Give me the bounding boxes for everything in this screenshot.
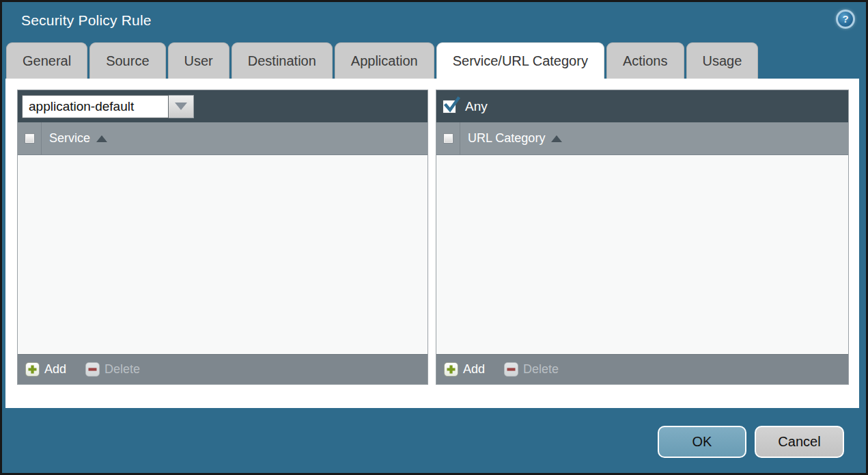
tab-general[interactable]: General (6, 42, 87, 79)
url-category-add-label: Add (463, 362, 485, 377)
any-checkbox-label[interactable]: Any (465, 99, 488, 114)
url-category-delete-label: Delete (523, 362, 559, 377)
tab-application[interactable]: Application (335, 42, 434, 79)
tab-usage[interactable]: Usage (686, 42, 759, 79)
url-category-list-empty (436, 155, 848, 354)
url-category-panel-toolbar: Any (436, 90, 848, 122)
help-icon[interactable]: ? (836, 10, 855, 29)
cancel-button[interactable]: Cancel (755, 426, 844, 458)
service-add-label: Add (44, 362, 66, 377)
tab-service-url-category[interactable]: Service/URL Category (436, 42, 604, 79)
tab-actions[interactable]: Actions (606, 42, 684, 79)
minus-icon (504, 362, 518, 377)
url-category-panel-footer: Add Delete (436, 354, 848, 384)
service-type-dropdown[interactable]: application-default (22, 95, 194, 118)
column-divider (460, 122, 460, 154)
service-select-all-checkbox[interactable] (25, 133, 35, 144)
tab-source[interactable]: Source (89, 42, 165, 79)
url-category-column-header[interactable]: URL Category (468, 131, 545, 146)
plus-icon (25, 362, 40, 377)
security-policy-rule-dialog: { "dialog": { "title": "Security Policy … (0, 0, 868, 475)
service-type-dropdown-button[interactable] (169, 95, 194, 118)
tab-content-area: application-default Service Add (5, 79, 859, 408)
service-list-empty (18, 155, 428, 354)
service-delete-label: Delete (104, 362, 140, 377)
plus-icon (444, 362, 458, 377)
sort-ascending-icon[interactable] (96, 135, 107, 142)
service-panel: application-default Service Add (17, 90, 428, 385)
service-panel-toolbar: application-default (18, 90, 428, 122)
tab-bar: General Source User Destination Applicat… (6, 42, 758, 79)
service-add-button[interactable]: Add (25, 362, 66, 377)
url-category-panel: Any URL Category Add Delete (436, 90, 849, 385)
url-category-select-all-checkbox[interactable] (443, 133, 453, 144)
column-divider (41, 122, 42, 154)
url-category-add-button[interactable]: Add (444, 362, 485, 377)
url-category-delete-button[interactable]: Delete (504, 362, 559, 377)
url-category-table-header: URL Category (436, 122, 848, 155)
service-type-dropdown-value[interactable]: application-default (22, 95, 169, 118)
chevron-down-icon (175, 103, 187, 110)
sort-ascending-icon[interactable] (551, 135, 562, 142)
dialog-title: Security Policy Rule (21, 12, 152, 29)
ok-button[interactable]: OK (658, 426, 746, 458)
tab-destination[interactable]: Destination (232, 42, 333, 79)
service-delete-button[interactable]: Delete (85, 362, 140, 377)
service-table-header: Service (18, 122, 428, 155)
service-column-header[interactable]: Service (49, 131, 90, 146)
tab-user[interactable]: User (168, 42, 229, 79)
any-checkbox[interactable] (443, 100, 456, 113)
minus-icon (85, 362, 100, 377)
service-panel-footer: Add Delete (18, 354, 428, 384)
